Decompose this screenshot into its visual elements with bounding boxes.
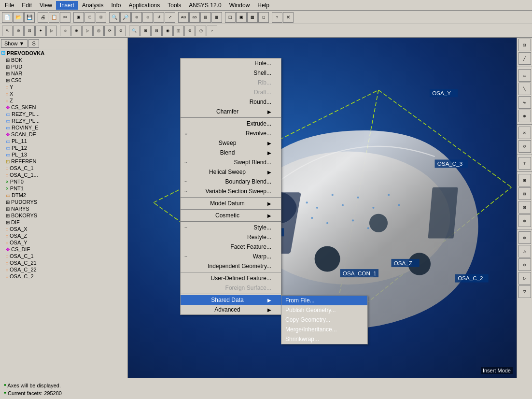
- save-btn[interactable]: 💾: [24, 12, 35, 23]
- list-item[interactable]: ▭ PL_13: [0, 151, 127, 158]
- list-item[interactable]: ▭ REZY_PL...: [0, 111, 127, 117]
- rt-btn-7[interactable]: ✕: [518, 127, 531, 139]
- tb2-btn-11[interactable]: ⊘: [115, 26, 126, 36]
- rt-btn-18[interactable]: ∇: [518, 285, 531, 298]
- menu-round[interactable]: Round...: [181, 97, 281, 107]
- menu-warp[interactable]: ~Warp...: [181, 252, 281, 261]
- tree-root-item[interactable]: ⊡ PREVODOVKA: [0, 49, 127, 57]
- tb-btn-14[interactable]: ↺: [154, 12, 164, 23]
- tb-btn-17[interactable]: ab: [189, 12, 200, 23]
- list-item[interactable]: ↕ OSA_X: [0, 226, 127, 232]
- rt-btn-13[interactable]: ⊚: [518, 214, 531, 227]
- tb2-btn-15[interactable]: ◉: [162, 26, 173, 36]
- list-item[interactable]: ↕ Z: [0, 97, 127, 104]
- list-item[interactable]: ↕ OSA_C_1: [0, 253, 127, 259]
- list-item[interactable]: ▭ REZY_PL...: [0, 117, 127, 124]
- list-item[interactable]: ↕ OSA_Z: [0, 232, 127, 239]
- tb-btn-23[interactable]: ◻: [258, 12, 269, 23]
- list-item[interactable]: ⊞ BOK: [0, 57, 127, 63]
- tb2-btn-12[interactable]: 🔍: [129, 26, 140, 36]
- tb2-btn-3[interactable]: ⊡: [24, 26, 35, 36]
- rt-btn-17[interactable]: ▷: [518, 272, 531, 285]
- menu-help[interactable]: Help: [253, 1, 273, 10]
- menu-helical-sweep[interactable]: Helical Sweep ▶: [181, 167, 281, 177]
- rt-btn-6[interactable]: ⊕: [518, 110, 531, 122]
- tb2-btn-10[interactable]: ⟳: [104, 26, 115, 36]
- menu-file[interactable]: File: [1, 1, 18, 10]
- list-item[interactable]: ↕ OSA_Y: [0, 239, 127, 246]
- tb-btn-24[interactable]: ?: [272, 12, 282, 23]
- rt-btn-1[interactable]: ⊡: [518, 39, 531, 51]
- list-item[interactable]: ⊡ REFEREN: [0, 158, 127, 165]
- viewport[interactable]: OSA_Y OSA_C_3 ~OSA_X OSA_C_1 OSA_CON_1 O…: [128, 38, 517, 378]
- rt-btn-10[interactable]: ⊞: [518, 174, 531, 186]
- submenu-merge-inheritance[interactable]: Merge/Inheritance...: [281, 325, 367, 334]
- rt-btn-8[interactable]: ↺: [518, 140, 531, 153]
- list-item[interactable]: ↕ OSA_C_22: [0, 266, 127, 273]
- tb2-btn-14[interactable]: ⊟: [151, 26, 162, 36]
- tb2-btn-6[interactable]: ⌾: [60, 26, 70, 36]
- menu-independent-geometry[interactable]: Independent Geometry...: [181, 261, 281, 271]
- submenu-copy-geometry[interactable]: Copy Geometry...: [281, 315, 367, 325]
- tb-btn-16[interactable]: AB: [178, 12, 189, 23]
- list-item[interactable]: × PNT1: [0, 185, 127, 192]
- rt-btn-12[interactable]: ⊡: [518, 201, 531, 214]
- rt-btn-11[interactable]: ⊠: [518, 187, 531, 200]
- rt-btn-9[interactable]: 7: [518, 157, 531, 170]
- list-item[interactable]: ✥ SCAN_DE: [0, 131, 127, 138]
- rt-btn-15[interactable]: △: [518, 245, 531, 257]
- menu-user-defined-feature[interactable]: User-Defined Feature...: [181, 273, 281, 283]
- open-btn[interactable]: 📂: [13, 12, 24, 23]
- tb2-btn-2[interactable]: ⊙: [13, 26, 24, 36]
- rt-btn-3[interactable]: ▭: [518, 69, 531, 82]
- menu-info[interactable]: Info: [108, 1, 125, 10]
- tb2-btn-9[interactable]: ◎: [93, 26, 104, 36]
- tb-btn-19[interactable]: ▦: [211, 12, 222, 23]
- list-item[interactable]: ⊞ PUD: [0, 63, 127, 70]
- menu-edit[interactable]: Edit: [18, 1, 36, 10]
- list-item[interactable]: × PNT0: [0, 178, 127, 185]
- list-item[interactable]: ↕ X: [0, 90, 127, 97]
- list-item[interactable]: ⊞ DIF: [0, 219, 127, 226]
- rt-btn-4[interactable]: ╲: [518, 83, 531, 95]
- menu-boundary-blend[interactable]: ~Boundary Blend...: [181, 177, 281, 186]
- list-item[interactable]: ▭ PL_12: [0, 144, 127, 151]
- menu-extrude[interactable]: Extrude...: [181, 119, 281, 128]
- menu-shell[interactable]: Shell...: [181, 68, 281, 78]
- menu-advanced[interactable]: Advanced ▶: [181, 305, 281, 314]
- tb2-btn-5[interactable]: ▷: [46, 26, 57, 36]
- menu-hole[interactable]: Hole...: [181, 58, 281, 68]
- list-item[interactable]: ⊞ CS0: [0, 77, 127, 84]
- tb-btn-6[interactable]: ✂: [60, 12, 70, 23]
- rt-btn-14[interactable]: ⊛: [518, 231, 531, 244]
- menu-insert[interactable]: Insert: [56, 1, 78, 10]
- tb2-btn-17[interactable]: ⊛: [184, 26, 195, 36]
- tb-btn-8[interactable]: ⊡: [84, 12, 95, 23]
- tb-btn-13[interactable]: ⊖: [142, 12, 153, 23]
- list-item[interactable]: ✥ CS_SKEN: [0, 104, 127, 111]
- menu-cosmetic[interactable]: Cosmetic ▶: [181, 211, 281, 220]
- tb2-btn-7[interactable]: ⊕: [71, 26, 82, 36]
- close-btn[interactable]: ✕: [283, 12, 294, 23]
- tb-btn-12[interactable]: ⊕: [131, 12, 142, 23]
- submenu-shrinkwrap[interactable]: Shrinkwrap...: [281, 334, 367, 344]
- tb2-btn-13[interactable]: ⊞: [140, 26, 151, 36]
- tb-btn-7[interactable]: ▣: [73, 12, 84, 23]
- tb-btn-15[interactable]: ⤢: [165, 12, 175, 23]
- menu-ansys[interactable]: ANSYS 12.0: [185, 1, 225, 10]
- list-item[interactable]: ↕ OSA_C_1...: [0, 171, 127, 178]
- menu-analysis[interactable]: Analysis: [78, 1, 108, 10]
- menu-shared-data[interactable]: Shared Data ▶ From File... Publish Geome…: [181, 295, 281, 305]
- tb-btn-21[interactable]: ▣: [236, 12, 247, 23]
- menu-sweep[interactable]: Sweep ▶: [181, 138, 281, 148]
- rt-btn-2[interactable]: ╱: [518, 52, 531, 65]
- list-item[interactable]: ↕ Y: [0, 84, 127, 90]
- show-button[interactable]: Show ▼: [1, 39, 28, 48]
- tb-btn-11[interactable]: 🔎: [120, 12, 131, 23]
- tb-btn-22[interactable]: ▩: [247, 12, 258, 23]
- list-item[interactable]: ⊞ BOKORYS: [0, 212, 127, 219]
- menu-blend[interactable]: Blend ▶: [181, 148, 281, 157]
- list-item[interactable]: ↕ OSA_C_2: [0, 273, 127, 280]
- list-item[interactable]: ⊞ NARYS: [0, 205, 127, 212]
- tb-btn-9[interactable]: ⊞: [96, 12, 106, 23]
